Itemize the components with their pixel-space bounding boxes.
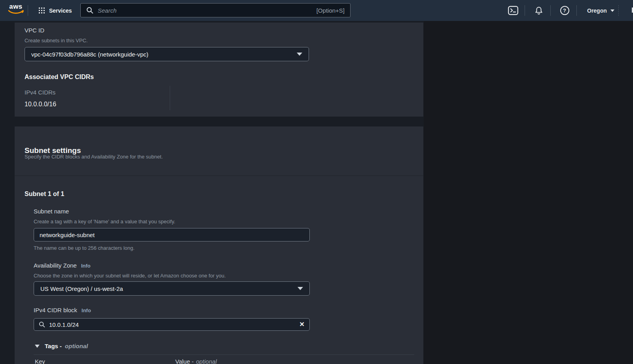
triangle-down-icon xyxy=(35,345,40,348)
region-selector[interactable]: Oregon xyxy=(585,0,617,21)
nav-divider xyxy=(550,5,551,16)
top-navigation-bar: aws Services Search [Option+S] xyxy=(0,0,633,21)
subnet-name-description: Create a tag with a key of 'Name' and a … xyxy=(34,219,175,224)
cloudshell-button[interactable] xyxy=(505,0,521,21)
subnet-settings-subtitle: Specify the CIDR blocks and Availability… xyxy=(25,154,163,160)
search-shortcut-hint: [Option+S] xyxy=(316,7,345,14)
subnet-settings-card: Subnet settings Specify the CIDR blocks … xyxy=(15,126,423,364)
clear-input-button[interactable]: ✕ xyxy=(299,321,305,328)
help-glyph: ? xyxy=(563,8,566,13)
ipv4-cidr-search-box: ✕ xyxy=(34,318,310,331)
tags-key-column-header: Key xyxy=(35,358,45,364)
section-divider xyxy=(15,175,423,176)
aws-smile-icon xyxy=(8,10,24,14)
content-area: VPC ID Create subnets in this VPC. vpc-0… xyxy=(0,21,424,364)
notifications-button[interactable] xyxy=(531,0,547,21)
chevron-down-icon xyxy=(610,9,614,12)
availability-zone-label: Availability Zone xyxy=(34,262,77,269)
tags-value-column-header: Value - optional xyxy=(175,358,217,364)
select-caret-icon xyxy=(297,53,302,56)
associated-vpc-cidrs-heading: Associated VPC CIDRs xyxy=(25,74,94,81)
aws-logo[interactable]: aws xyxy=(6,3,25,18)
subnet-name-input[interactable] xyxy=(34,228,310,241)
help-button[interactable]: ? xyxy=(557,0,572,21)
ipv4-cidr-label: IPv4 CIDR block xyxy=(34,307,77,313)
search-box[interactable]: Search [Option+S] xyxy=(80,3,351,17)
close-icon: ✕ xyxy=(299,321,305,328)
nav-divider xyxy=(525,5,525,16)
ipv4-cidr-input[interactable] xyxy=(49,321,296,328)
search-icon xyxy=(39,321,45,328)
vpc-id-description: Create subnets in this VPC. xyxy=(25,38,88,43)
tags-value-header-text: Value - xyxy=(175,358,193,364)
region-label: Oregon xyxy=(587,8,607,14)
tags-label: Tags - xyxy=(45,343,62,349)
availability-zone-select[interactable]: US West (Oregon) / us-west-2a xyxy=(34,281,310,296)
select-caret-icon xyxy=(298,287,303,290)
search-icon xyxy=(86,7,93,14)
search-placeholder: Search xyxy=(98,7,316,14)
column-divider xyxy=(170,86,170,110)
subnet-counter-heading: Subnet 1 of 1 xyxy=(25,190,64,198)
subnet-name-helper-text: The name can be up to 256 characters lon… xyxy=(34,245,135,251)
services-label: Services xyxy=(49,8,72,14)
vpc-id-select[interactable]: vpc-04c97f03db796a88c (networkguide-vpc) xyxy=(25,47,309,61)
services-grid-icon xyxy=(39,8,45,13)
vpc-card: VPC ID Create subnets in this VPC. vpc-0… xyxy=(15,23,423,117)
tags-value-optional-suffix: optional xyxy=(196,358,217,364)
tags-expander[interactable]: Tags - optional xyxy=(35,343,88,349)
cloudshell-terminal-icon xyxy=(508,6,518,15)
availability-zone-description: Choose the zone in which your subnet wil… xyxy=(34,273,226,279)
help-icon: ? xyxy=(560,6,569,15)
availability-zone-info-link[interactable]: Info xyxy=(81,263,91,269)
ipv4-cidrs-value: 10.0.0.0/16 xyxy=(25,101,56,108)
vpc-id-label: VPC ID xyxy=(25,27,44,34)
services-menu-button[interactable]: Services xyxy=(36,0,74,21)
ipv4-cidr-label-row: IPv4 CIDR block Info xyxy=(34,307,91,313)
bell-icon xyxy=(534,6,544,15)
tags-optional-suffix: optional xyxy=(65,343,88,349)
availability-zone-selected-value: US West (Oregon) / us-west-2a xyxy=(40,285,123,292)
nav-divider xyxy=(28,5,28,16)
ipv4-cidr-info-link[interactable]: Info xyxy=(81,307,91,313)
nav-divider xyxy=(576,5,577,16)
subnet-name-label: Subnet name xyxy=(34,208,69,215)
vpc-id-selected-value: vpc-04c97f03db796a88c (networkguide-vpc) xyxy=(31,51,148,58)
tags-divider xyxy=(34,355,414,355)
availability-zone-label-row: Availability Zone Info xyxy=(34,262,91,269)
ipv4-cidrs-label: IPv4 CIDRs xyxy=(25,89,55,96)
screen: aws Services Search [Option+S] xyxy=(0,0,633,364)
nav-divider xyxy=(618,5,619,16)
